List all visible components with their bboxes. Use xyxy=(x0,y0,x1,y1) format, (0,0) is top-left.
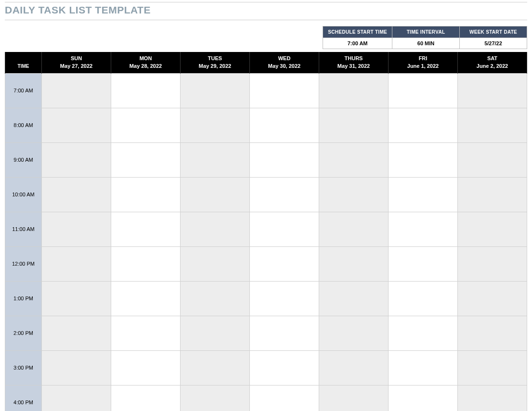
time-cell: 4:00 PM xyxy=(5,385,42,411)
task-cell[interactable] xyxy=(42,108,111,142)
task-cell[interactable] xyxy=(181,385,250,411)
schedule-row: 12:00 PM xyxy=(5,246,527,281)
task-cell[interactable] xyxy=(250,316,319,350)
day-header-fri: FRI June 1, 2022 xyxy=(389,52,458,73)
schedule-row: 4:00 PM xyxy=(5,385,527,411)
task-cell[interactable] xyxy=(458,142,527,177)
task-cell[interactable] xyxy=(319,142,389,177)
schedule-row: 7:00 AM xyxy=(5,73,527,108)
time-cell: 7:00 AM xyxy=(5,73,42,108)
task-cell[interactable] xyxy=(42,316,111,350)
task-cell[interactable] xyxy=(250,108,319,142)
schedule-row: 10:00 AM xyxy=(5,177,527,212)
task-cell[interactable] xyxy=(389,316,458,350)
task-cell[interactable] xyxy=(42,177,111,212)
schedule-row: 3:00 PM xyxy=(5,350,527,385)
day-header-sat: SAT June 2, 2022 xyxy=(458,52,527,73)
task-cell[interactable] xyxy=(458,73,527,108)
task-cell[interactable] xyxy=(458,212,527,246)
schedule-table: TIME SUN May 27, 2022 MON May 28, 2022 T… xyxy=(5,52,527,411)
day-name: SAT xyxy=(460,55,525,63)
task-cell[interactable] xyxy=(250,73,319,108)
time-cell: 1:00 PM xyxy=(5,281,42,316)
task-cell[interactable] xyxy=(389,246,458,281)
task-cell[interactable] xyxy=(458,177,527,212)
task-cell[interactable] xyxy=(42,385,111,411)
settings-value-week-start[interactable]: 5/27/22 xyxy=(460,38,527,49)
page-title: DAILY TASK LIST TEMPLATE xyxy=(5,2,527,20)
task-cell[interactable] xyxy=(181,281,250,316)
task-cell[interactable] xyxy=(42,350,111,385)
day-date: May 31, 2022 xyxy=(321,63,386,70)
schedule-row: 9:00 AM xyxy=(5,142,527,177)
task-cell[interactable] xyxy=(458,385,527,411)
task-cell[interactable] xyxy=(389,73,458,108)
task-cell[interactable] xyxy=(250,246,319,281)
task-cell[interactable] xyxy=(181,108,250,142)
task-cell[interactable] xyxy=(458,281,527,316)
task-cell[interactable] xyxy=(319,316,389,350)
task-cell[interactable] xyxy=(389,177,458,212)
task-cell[interactable] xyxy=(42,73,111,108)
task-cell[interactable] xyxy=(111,281,181,316)
task-cell[interactable] xyxy=(389,142,458,177)
task-cell[interactable] xyxy=(389,281,458,316)
task-cell[interactable] xyxy=(250,281,319,316)
task-cell[interactable] xyxy=(389,108,458,142)
settings-header-interval: TIME INTERVAL xyxy=(392,26,460,38)
day-name: THURS xyxy=(321,55,386,63)
time-cell: 3:00 PM xyxy=(5,350,42,385)
task-cell[interactable] xyxy=(181,142,250,177)
task-cell[interactable] xyxy=(458,350,527,385)
task-cell[interactable] xyxy=(319,73,389,108)
task-cell[interactable] xyxy=(458,246,527,281)
task-cell[interactable] xyxy=(319,177,389,212)
task-cell[interactable] xyxy=(250,142,319,177)
task-cell[interactable] xyxy=(250,350,319,385)
task-cell[interactable] xyxy=(181,212,250,246)
task-cell[interactable] xyxy=(181,350,250,385)
settings-header-week-start: WEEK START DATE xyxy=(460,26,527,38)
task-cell[interactable] xyxy=(458,316,527,350)
task-cell[interactable] xyxy=(111,108,181,142)
settings-table: SCHEDULE START TIME TIME INTERVAL WEEK S… xyxy=(323,26,527,49)
time-column-header: TIME xyxy=(5,52,42,73)
task-cell[interactable] xyxy=(389,385,458,411)
task-cell[interactable] xyxy=(250,212,319,246)
task-cell[interactable] xyxy=(250,385,319,411)
task-cell[interactable] xyxy=(42,281,111,316)
task-cell[interactable] xyxy=(42,246,111,281)
task-cell[interactable] xyxy=(111,350,181,385)
task-cell[interactable] xyxy=(111,385,181,411)
task-cell[interactable] xyxy=(111,212,181,246)
task-cell[interactable] xyxy=(250,177,319,212)
task-cell[interactable] xyxy=(319,108,389,142)
task-cell[interactable] xyxy=(458,108,527,142)
settings-value-start-time[interactable]: 7:00 AM xyxy=(323,38,392,49)
task-cell[interactable] xyxy=(42,142,111,177)
day-header-sun: SUN May 27, 2022 xyxy=(42,52,111,73)
task-cell[interactable] xyxy=(319,281,389,316)
task-cell[interactable] xyxy=(319,350,389,385)
settings-value-interval[interactable]: 60 MIN xyxy=(392,38,460,49)
task-cell[interactable] xyxy=(181,73,250,108)
day-name: FRI xyxy=(390,55,455,63)
task-cell[interactable] xyxy=(389,350,458,385)
task-cell[interactable] xyxy=(319,385,389,411)
task-cell[interactable] xyxy=(111,73,181,108)
day-name: SUN xyxy=(44,55,109,63)
task-cell[interactable] xyxy=(111,316,181,350)
task-cell[interactable] xyxy=(111,142,181,177)
task-cell[interactable] xyxy=(111,177,181,212)
task-cell[interactable] xyxy=(319,212,389,246)
time-cell: 10:00 AM xyxy=(5,177,42,212)
task-cell[interactable] xyxy=(42,212,111,246)
day-header-wed: WED May 30, 2022 xyxy=(250,52,319,73)
task-cell[interactable] xyxy=(111,246,181,281)
task-cell[interactable] xyxy=(389,212,458,246)
task-cell[interactable] xyxy=(181,316,250,350)
day-header-thurs: THURS May 31, 2022 xyxy=(319,52,389,73)
task-cell[interactable] xyxy=(181,246,250,281)
task-cell[interactable] xyxy=(181,177,250,212)
task-cell[interactable] xyxy=(319,246,389,281)
